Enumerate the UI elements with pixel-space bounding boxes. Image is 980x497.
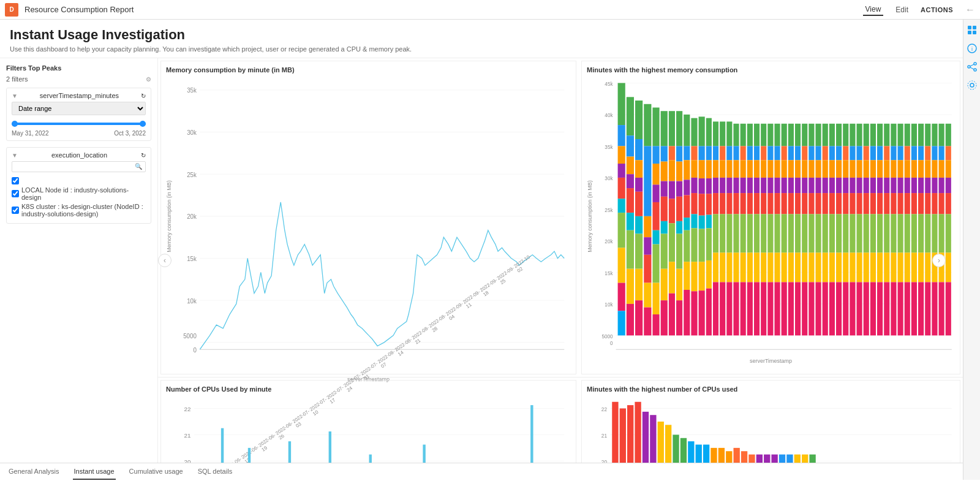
view-button[interactable]: View [863,4,884,16]
actions-button[interactable]: ACTIONS [921,6,953,13]
page-header: Instant Usage Investigation Use this das… [0,20,963,58]
svg-rect-197 [747,178,753,193]
svg-rect-163 [720,146,725,160]
svg-rect-134 [691,262,697,291]
svg-rect-156 [713,160,718,178]
tab-cumulative-usage[interactable]: Cumulative usage [128,464,184,480]
svg-rect-241 [782,282,787,335]
svg-rect-325 [857,178,862,193]
svg-rect-215 [761,214,766,252]
report-title: Resource Consumption Report [24,5,863,14]
tab-instant-usage[interactable]: Instant usage [73,464,116,480]
date-end-label: Oct 3, 2022 [114,130,146,137]
svg-rect-473 [718,448,725,463]
svg-rect-417 [932,282,937,335]
svg-rect-240 [782,252,787,282]
settings-icon[interactable] [967,80,978,91]
svg-text:25k: 25k [187,172,197,178]
tab-sql-details[interactable]: SQL details [197,464,233,480]
tab-general-analysis[interactable]: General Analysis [7,464,61,480]
filter-settings-icon[interactable]: ⚙ [146,76,151,83]
svg-rect-254 [795,193,801,214]
svg-text:40k: 40k [605,112,613,119]
nav-arrow-left[interactable]: ‹ [158,254,172,267]
svg-rect-280 [816,252,821,282]
svg-rect-251 [795,146,801,160]
svg-rect-388 [911,160,917,178]
info-icon[interactable]: i [967,43,978,54]
svg-rect-53 [618,199,625,213]
date-range-slider-thumb-left[interactable] [12,121,18,127]
svg-rect-72 [635,216,643,234]
svg-rect-170 [726,121,732,146]
svg-rect-146 [706,146,712,160]
svg-rect-74 [635,269,643,300]
svg-rect-214 [761,193,766,214]
svg-rect-429 [946,178,951,193]
svg-rect-249 [788,282,794,335]
back-arrow[interactable]: ← [965,4,975,15]
svg-point-7 [968,66,970,68]
svg-rect-130 [691,178,697,193]
filter-section-location-header[interactable]: ▼ execution_location ↻ [12,151,146,159]
svg-rect-459 [612,401,618,463]
svg-rect-314 [850,124,855,146]
svg-rect-433 [946,282,951,335]
checkbox-k8s[interactable]: K8S cluster : ks-design-cluster (NodeID … [12,203,146,218]
svg-rect-64 [627,230,634,269]
svg-rect-372 [898,160,903,178]
svg-rect-199 [747,214,753,252]
svg-rect-253 [795,178,801,193]
svg-rect-312 [843,252,848,282]
svg-rect-422 [939,193,944,214]
refresh-filter-icon-2[interactable]: ↻ [141,152,146,159]
svg-rect-286 [823,193,828,214]
checkbox-k8s-input[interactable] [12,207,19,214]
svg-rect-193 [741,282,746,335]
memory-line-chart-title: Memory consumption by minute (in MB) [166,66,571,74]
edit-button[interactable]: Edit [893,4,911,15]
svg-rect-114 [676,221,682,234]
svg-rect-359 [884,214,889,252]
svg-rect-474 [726,451,732,463]
svg-rect-148 [706,178,712,194]
svg-rect-393 [911,282,917,335]
svg-rect-333 [864,178,869,193]
svg-rect-289 [823,282,828,335]
checkbox-local-input[interactable] [12,190,19,197]
charts-row-top: Memory consumption by minute (in MB) Mem… [158,58,963,377]
date-range-select[interactable]: Date range [12,102,146,115]
svg-rect-119 [684,146,690,160]
svg-rect-242 [788,124,794,146]
search-icon: 🔍 [135,163,142,170]
checkbox-local[interactable]: LOCAL Node id : industry-solutions-desig… [12,186,146,201]
svg-rect-208 [754,252,760,282]
svg-rect-198 [747,193,753,214]
svg-rect-144 [699,290,705,335]
svg-rect-220 [767,160,773,178]
svg-rect-317 [850,178,855,193]
svg-rect-184 [734,252,739,282]
cpu-line-chart-title: Number of CPUs Used by minute [166,385,571,393]
filter-section-timestamp-header[interactable]: ▼ serverTimestamp_minutes ↻ [12,92,146,99]
svg-rect-398 [918,193,924,214]
svg-rect-80 [644,255,651,283]
location-search-input[interactable] [12,161,146,172]
nav-arrow-right[interactable]: › [932,254,946,267]
svg-rect-86 [652,184,659,202]
checkbox-all-input[interactable] [12,177,19,184]
share-icon[interactable] [967,61,978,72]
date-range-slider-thumb-right[interactable] [140,121,146,127]
svg-rect-186 [741,124,746,146]
svg-rect-230 [775,193,780,214]
svg-rect-207 [754,214,760,252]
svg-rect-413 [932,178,937,193]
refresh-filter-icon[interactable]: ↻ [141,93,146,99]
svg-rect-175 [726,214,732,252]
checkbox-all[interactable] [12,177,146,184]
svg-rect-49 [618,125,625,146]
grid-icon[interactable] [967,25,978,36]
svg-rect-102 [669,146,675,160]
svg-rect-368 [891,252,896,282]
svg-rect-306 [843,124,848,146]
